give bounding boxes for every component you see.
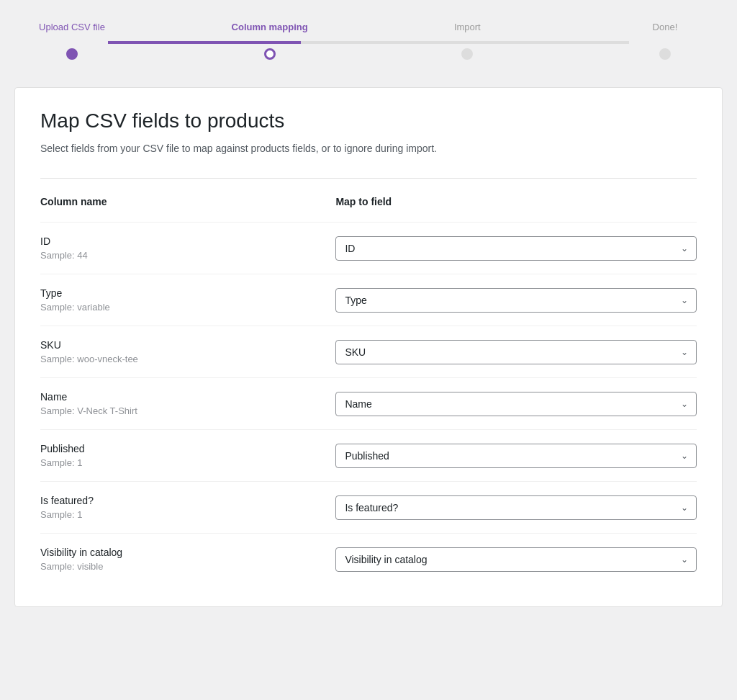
field-sample-type: Sample: variable (40, 302, 335, 313)
field-label-name: Name (40, 391, 335, 403)
main-card: Map CSV fields to products Select fields… (14, 87, 723, 607)
divider (40, 178, 697, 179)
stepper-dot-import (461, 48, 473, 60)
field-label-visibility: Visibility in catalog (40, 547, 335, 558)
stepper-label-upload: Upload CSV file (39, 22, 105, 32)
stepper-dot-done (659, 48, 671, 60)
field-sample-is-featured: Sample: 1 (40, 509, 335, 520)
column-name-header: Column name (40, 196, 335, 207)
field-info-is-featured: Is featured? Sample: 1 (40, 495, 335, 520)
field-select-wrapper-id: ID Type SKU Name Do not import ⌄ (335, 236, 697, 261)
stepper-step-done: Done! (622, 22, 708, 66)
field-select-id[interactable]: ID Type SKU Name Do not import (335, 236, 697, 261)
field-select-is-featured[interactable]: Is featured? ID Type SKU Name Published … (335, 495, 697, 520)
field-info-visibility: Visibility in catalog Sample: visible (40, 547, 335, 572)
field-label-is-featured: Is featured? (40, 495, 335, 506)
field-info-id: ID Sample: 44 (40, 235, 335, 261)
stepper-label-mapping: Column mapping (232, 22, 308, 32)
stepper-label-import: Import (454, 22, 481, 32)
field-row-id: ID Sample: 44 ID Type SKU Name Do not im… (40, 222, 697, 274)
field-select-name[interactable]: Name ID Type SKU Do not import (335, 392, 697, 416)
field-select-wrapper-published: Published ID Type SKU Name Do not import… (335, 444, 697, 468)
stepper-step-upload: Upload CSV file (29, 22, 115, 66)
map-to-field-header: Map to field (335, 196, 697, 207)
field-info-sku: SKU Sample: woo-vneck-tee (40, 339, 335, 364)
field-select-wrapper-type: Type ID SKU Name Do not import ⌄ (335, 288, 697, 313)
field-label-sku: SKU (40, 339, 335, 351)
field-label-published: Published (40, 443, 335, 454)
field-select-wrapper-name: Name ID Type SKU Do not import ⌄ (335, 392, 697, 416)
field-sample-published: Sample: 1 (40, 457, 335, 468)
field-row-is-featured: Is featured? Sample: 1 Is featured? ID T… (40, 481, 697, 533)
stepper-track (108, 41, 629, 44)
stepper-label-done: Done! (653, 22, 678, 32)
card-title: Map CSV fields to products (40, 109, 697, 133)
field-row-published: Published Sample: 1 Published ID Type SK… (40, 429, 697, 481)
field-row-visibility: Visibility in catalog Sample: visible Vi… (40, 533, 697, 585)
field-row-sku: SKU Sample: woo-vneck-tee SKU ID Type Na… (40, 326, 697, 377)
field-label-type: Type (40, 287, 335, 299)
field-sample-name: Sample: V-Neck T-Shirt (40, 405, 335, 416)
field-row-name: Name Sample: V-Neck T-Shirt Name ID Type… (40, 377, 697, 429)
field-select-wrapper-sku: SKU ID Type Name Do not import ⌄ (335, 340, 697, 364)
page-wrapper: Upload CSV file Column mapping Import Do… (0, 14, 737, 607)
field-select-visibility[interactable]: Visibility in catalog ID Type SKU Name P… (335, 547, 697, 572)
stepper-step-import: Import (424, 22, 510, 66)
field-sample-visibility: Sample: visible (40, 561, 335, 572)
stepper-dot-mapping (264, 48, 276, 60)
field-info-name: Name Sample: V-Neck T-Shirt (40, 391, 335, 416)
field-select-wrapper-visibility: Visibility in catalog ID Type SKU Name P… (335, 547, 697, 572)
field-select-sku[interactable]: SKU ID Type Name Do not import (335, 340, 697, 364)
card-subtitle: Select fields from your CSV file to map … (40, 141, 697, 156)
stepper-step-mapping: Column mapping (227, 22, 313, 66)
field-select-wrapper-is-featured: Is featured? ID Type SKU Name Published … (335, 495, 697, 520)
field-row-type: Type Sample: variable Type ID SKU Name D… (40, 274, 697, 326)
stepper-dot-upload (66, 48, 78, 60)
field-info-published: Published Sample: 1 (40, 443, 335, 468)
field-select-published[interactable]: Published ID Type SKU Name Do not import (335, 444, 697, 468)
field-sample-sku: Sample: woo-vneck-tee (40, 354, 335, 364)
field-sample-id: Sample: 44 (40, 250, 335, 261)
field-label-id: ID (40, 235, 335, 247)
stepper: Upload CSV file Column mapping Import Do… (14, 14, 723, 66)
field-info-type: Type Sample: variable (40, 287, 335, 313)
column-headers: Column name Map to field (40, 196, 697, 207)
field-select-type[interactable]: Type ID SKU Name Do not import (335, 288, 697, 313)
